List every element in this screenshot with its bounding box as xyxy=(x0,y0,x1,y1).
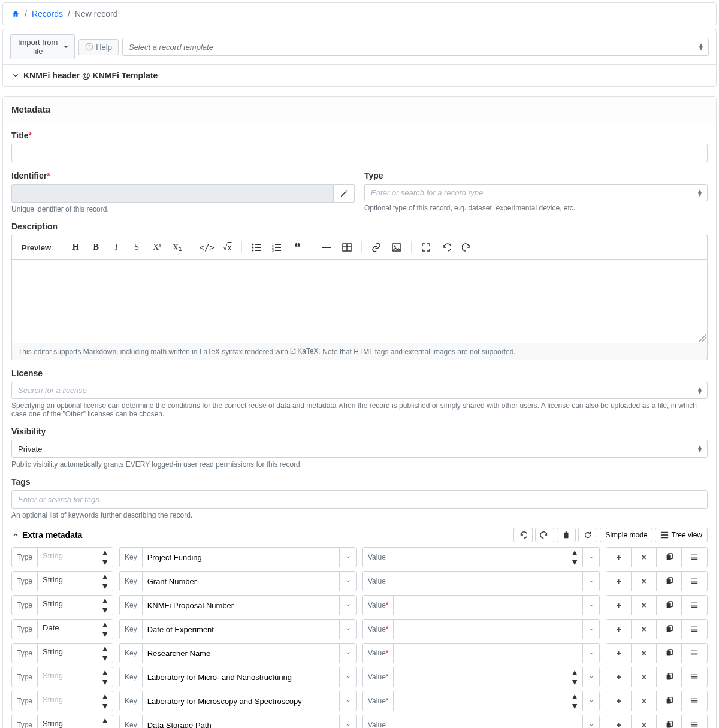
meta-type-value[interactable]: Date xyxy=(38,620,97,639)
meta-add-button[interactable]: + xyxy=(606,715,632,728)
meta-key-toggle[interactable] xyxy=(339,644,356,663)
meta-copy-button[interactable] xyxy=(657,644,682,663)
meta-remove-button[interactable]: × xyxy=(632,667,657,687)
ul-button[interactable] xyxy=(247,239,266,256)
meta-value-input[interactable] xyxy=(394,596,582,615)
ol-button[interactable]: 123 xyxy=(267,239,286,256)
meta-key-input[interactable] xyxy=(143,715,339,728)
meta-remove-button[interactable]: × xyxy=(632,691,657,711)
meta-key-input[interactable] xyxy=(143,596,339,615)
hr-button[interactable] xyxy=(317,239,336,256)
katex-link[interactable]: KaTeX xyxy=(290,347,318,355)
meta-add-button[interactable]: + xyxy=(606,596,632,615)
extra-redo-button[interactable] xyxy=(535,528,554,542)
meta-value-input[interactable] xyxy=(394,667,567,687)
identifier-edit-button[interactable] xyxy=(334,184,355,203)
meta-menu-button[interactable] xyxy=(682,620,707,639)
resize-handle[interactable] xyxy=(699,334,706,342)
meta-copy-button[interactable] xyxy=(657,667,682,687)
fullscreen-button[interactable] xyxy=(416,239,436,256)
meta-key-toggle[interactable] xyxy=(339,620,356,639)
meta-key-input[interactable] xyxy=(143,691,339,711)
meta-value-input[interactable] xyxy=(394,644,582,663)
visibility-select[interactable]: Private ▲▼ xyxy=(11,440,708,458)
heading-button[interactable]: H xyxy=(66,239,85,256)
meta-type-value[interactable]: String xyxy=(38,644,97,663)
meta-add-button[interactable]: + xyxy=(606,572,632,591)
help-button[interactable]: ? Help xyxy=(78,39,119,55)
code-button[interactable]: </> xyxy=(197,239,216,256)
meta-menu-button[interactable] xyxy=(682,572,707,591)
quote-button[interactable]: ❝ xyxy=(288,239,307,256)
superscript-button[interactable]: X¹ xyxy=(147,239,167,256)
import-button[interactable]: Import from file xyxy=(10,34,75,59)
meta-key-input[interactable] xyxy=(143,644,339,663)
table-button[interactable] xyxy=(337,239,357,256)
extra-metadata-toggle[interactable]: Extra metadata xyxy=(11,530,82,540)
preview-button[interactable]: Preview xyxy=(17,239,56,256)
meta-remove-button[interactable]: × xyxy=(632,715,657,728)
simple-mode-button[interactable]: Simple mode xyxy=(600,528,652,542)
extra-refresh-button[interactable] xyxy=(578,528,597,542)
meta-value-input[interactable] xyxy=(394,691,567,711)
home-link[interactable] xyxy=(11,10,20,18)
meta-copy-button[interactable] xyxy=(657,572,682,591)
meta-key-toggle[interactable] xyxy=(339,596,356,615)
meta-remove-button[interactable]: × xyxy=(632,596,657,615)
meta-remove-button[interactable]: × xyxy=(632,644,657,663)
meta-key-toggle[interactable] xyxy=(339,667,356,687)
tags-input[interactable] xyxy=(11,490,708,509)
meta-menu-button[interactable] xyxy=(682,644,707,663)
description-editor[interactable] xyxy=(11,259,708,343)
meta-value-toggle[interactable] xyxy=(582,620,599,639)
meta-menu-button[interactable] xyxy=(682,548,707,567)
meta-value-toggle[interactable] xyxy=(582,667,599,687)
meta-value-toggle[interactable] xyxy=(582,572,599,591)
meta-value-toggle[interactable] xyxy=(582,644,599,663)
meta-add-button[interactable]: + xyxy=(606,620,632,639)
image-button[interactable] xyxy=(387,239,406,256)
meta-add-button[interactable]: + xyxy=(606,691,632,711)
meta-menu-button[interactable] xyxy=(682,691,707,711)
meta-value-toggle[interactable] xyxy=(582,715,599,728)
meta-key-input[interactable] xyxy=(143,548,339,567)
meta-key-input[interactable] xyxy=(143,667,339,687)
meta-value-toggle[interactable] xyxy=(582,691,599,711)
meta-remove-button[interactable]: × xyxy=(632,572,657,591)
meta-key-toggle[interactable] xyxy=(339,572,356,591)
meta-remove-button[interactable]: × xyxy=(632,548,657,567)
meta-copy-button[interactable] xyxy=(657,691,682,711)
math-button[interactable]: √x xyxy=(217,239,237,256)
meta-key-toggle[interactable] xyxy=(339,548,356,567)
template-section-header[interactable]: KNMFi header @ KNMFi Template xyxy=(2,64,717,87)
strike-button[interactable]: S xyxy=(127,239,146,256)
type-select[interactable]: ▲▼ xyxy=(364,184,708,201)
meta-value-toggle[interactable] xyxy=(582,596,599,615)
records-link[interactable]: Records xyxy=(32,9,63,19)
meta-value-input[interactable] xyxy=(391,548,567,567)
license-select[interactable]: ▲▼ xyxy=(11,382,708,399)
redo-button[interactable] xyxy=(457,239,476,256)
meta-remove-button[interactable]: × xyxy=(632,620,657,639)
title-input[interactable] xyxy=(11,144,708,162)
meta-type-value[interactable]: String xyxy=(38,715,97,728)
meta-copy-button[interactable] xyxy=(657,715,682,728)
link-button[interactable] xyxy=(367,239,386,256)
meta-key-toggle[interactable] xyxy=(339,715,356,728)
meta-type-value[interactable]: String xyxy=(38,596,97,615)
undo-button[interactable] xyxy=(437,239,456,256)
tree-view-button[interactable]: Tree view xyxy=(655,528,708,542)
license-input[interactable] xyxy=(11,382,708,399)
meta-key-toggle[interactable] xyxy=(339,691,356,711)
identifier-input[interactable] xyxy=(11,184,334,203)
meta-value-input[interactable] xyxy=(391,715,582,728)
record-template-select[interactable]: Select a record template ▲▼ xyxy=(122,38,709,56)
meta-copy-button[interactable] xyxy=(657,548,682,567)
meta-menu-button[interactable] xyxy=(682,667,707,687)
meta-menu-button[interactable] xyxy=(682,715,707,728)
type-input[interactable] xyxy=(364,184,708,201)
meta-add-button[interactable]: + xyxy=(606,548,632,567)
italic-button[interactable]: I xyxy=(107,239,126,256)
meta-menu-button[interactable] xyxy=(682,596,707,615)
extra-paste-button[interactable] xyxy=(557,528,576,542)
